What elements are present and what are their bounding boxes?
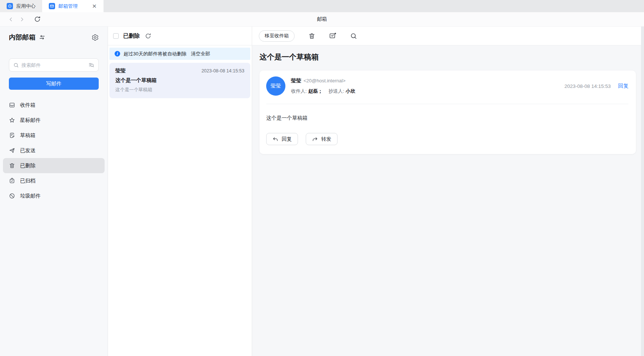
archive-icon <box>9 178 15 184</box>
app-center-icon <box>7 3 13 9</box>
app-window: 应用中心 邮箱管理 ✕ 邮箱 内部邮箱 <box>0 0 644 356</box>
mail-item-sender: 莹莹 <box>115 68 126 74</box>
navigation-bar: 邮箱 <box>0 12 644 27</box>
mail-list-body: i 超过30天的邮件将被自动删除 清空全部 莹莹 2023-08-08 14:1… <box>108 45 252 100</box>
mail-list-item[interactable]: 莹莹 2023-08-08 14:15:53 这个是一个草稿箱 这个是一个草稿箱 <box>109 63 250 98</box>
forward-button[interactable]: 转发 <box>306 133 338 145</box>
cc-label: 抄送人: <box>328 88 344 94</box>
list-refresh-icon[interactable] <box>145 33 151 39</box>
page-title: 邮箱 <box>0 16 644 23</box>
mail-list-column: 已删除 i 超过30天的邮件将被自动删除 清空全部 莹莹 2023-08-08 … <box>108 27 252 356</box>
message-header: 莹莹 莹莹 <20@host.internal> 收件人:赵磊； 抄送人:小欣 <box>266 76 628 96</box>
reader-toolbar: 移至收件箱 <box>252 27 644 45</box>
to-value: 赵磊； <box>308 88 323 94</box>
mailbox-title: 内部邮箱 <box>9 33 35 42</box>
tab-app-center[interactable]: 应用中心 <box>0 0 42 12</box>
sidebar-item-spam[interactable]: 垃圾邮件 <box>3 188 105 203</box>
message-time: 2023-08-08 14:15:53 <box>565 83 611 89</box>
mail-item-preview: 这个是一个草稿箱 <box>115 87 244 93</box>
search-icon <box>13 62 19 68</box>
recipients-line: 收件人:赵磊； 抄送人:小欣 <box>291 88 355 95</box>
reply-link[interactable]: 回复 <box>618 83 628 89</box>
compose-button[interactable]: 写邮件 <box>9 78 99 90</box>
folder-label: 收件箱 <box>20 102 35 109</box>
message-actions: 回复 转发 <box>266 133 628 145</box>
folder-label: 已发送 <box>20 147 35 154</box>
message-card: 莹莹 莹莹 <20@host.internal> 收件人:赵磊； 抄送人:小欣 <box>260 71 636 154</box>
reader-pane: 移至收件箱 这个是一个草稿箱 莹莹 <box>252 27 644 356</box>
sidebar-item-archived[interactable]: 已归档 <box>3 173 105 188</box>
folder-label: 已归档 <box>20 178 35 184</box>
tab-mail-manage[interactable]: 邮箱管理 ✕ <box>42 0 104 12</box>
spam-icon <box>9 193 15 199</box>
sidebar-item-inbox[interactable]: 收件箱 <box>3 97 105 113</box>
mail-list-header: 已删除 <box>108 27 252 45</box>
mail-app-icon <box>49 3 55 9</box>
switch-mailbox-icon[interactable] <box>39 34 45 41</box>
select-all-checkbox[interactable] <box>113 33 119 39</box>
send-icon <box>9 147 15 154</box>
mail-item-time: 2023-08-08 14:15:53 <box>201 68 244 73</box>
settings-gear-icon[interactable] <box>92 34 99 41</box>
folder-label: 已删除 <box>20 162 35 169</box>
message-divider <box>266 104 628 104</box>
sidebar-item-drafts[interactable]: 草稿箱 <box>3 128 105 143</box>
sidebar-item-starred[interactable]: 星标邮件 <box>3 113 105 128</box>
reply-button[interactable]: 回复 <box>266 133 298 145</box>
message-subject: 这个是一个草稿箱 <box>260 52 637 62</box>
tab-close-icon[interactable]: ✕ <box>92 3 97 9</box>
folder-label: 星标邮件 <box>20 117 41 124</box>
info-icon: i <box>115 51 120 57</box>
sender-address: <20@host.internal> <box>304 78 346 83</box>
search-input[interactable] <box>21 62 86 68</box>
search-box <box>9 58 99 72</box>
folder-list: 收件箱 星标邮件 草稿箱 已发送 已删除 <box>3 97 105 203</box>
cc-value: 小欣 <box>346 88 355 94</box>
reply-arrow-icon <box>272 136 278 142</box>
sidebar: 内部邮箱 写邮件 收件箱 <box>0 27 108 356</box>
mail-list-title: 已删除 <box>123 32 140 40</box>
tab-label: 邮箱管理 <box>58 3 78 10</box>
sidebar-header: 内部邮箱 <box>9 33 99 42</box>
message-body: 这个是一个草稿箱 <box>266 115 628 121</box>
auto-delete-notice: i 超过30天的邮件将被自动删除 清空全部 <box>109 48 250 60</box>
star-icon <box>9 117 15 123</box>
main-area: 内部邮箱 写邮件 收件箱 <box>0 27 644 356</box>
sidebar-item-sent[interactable]: 已发送 <box>3 143 105 158</box>
vertical-scrollbar[interactable] <box>641 27 644 356</box>
reader-content: 这个是一个草稿箱 莹莹 莹莹 <20@host.internal> 收件人:赵磊… <box>252 45 644 154</box>
forward-arrow-icon <box>312 136 318 142</box>
mail-item-subject: 这个是一个草稿箱 <box>115 77 244 84</box>
sender-name: 莹莹 <box>291 78 301 84</box>
draft-icon <box>9 132 15 138</box>
sidebar-item-deleted[interactable]: 已删除 <box>3 158 105 173</box>
mark-read-icon[interactable] <box>329 32 336 40</box>
folder-label: 草稿箱 <box>20 132 35 139</box>
sender-avatar: 莹莹 <box>266 76 285 96</box>
advanced-search-icon[interactable] <box>88 62 94 68</box>
clear-all-link[interactable]: 清空全部 <box>191 51 210 57</box>
delete-mail-icon[interactable] <box>308 32 315 40</box>
search-mail-icon[interactable] <box>350 32 357 40</box>
trash-icon <box>9 162 15 169</box>
inbox-icon <box>9 102 15 108</box>
move-to-inbox-button[interactable]: 移至收件箱 <box>259 30 295 42</box>
to-label: 收件人: <box>291 88 307 94</box>
folder-label: 垃圾邮件 <box>20 193 41 199</box>
notice-text: 超过30天的邮件将被自动删除 <box>123 51 186 57</box>
tab-strip: 应用中心 邮箱管理 ✕ <box>0 0 644 12</box>
tab-label: 应用中心 <box>16 3 35 10</box>
